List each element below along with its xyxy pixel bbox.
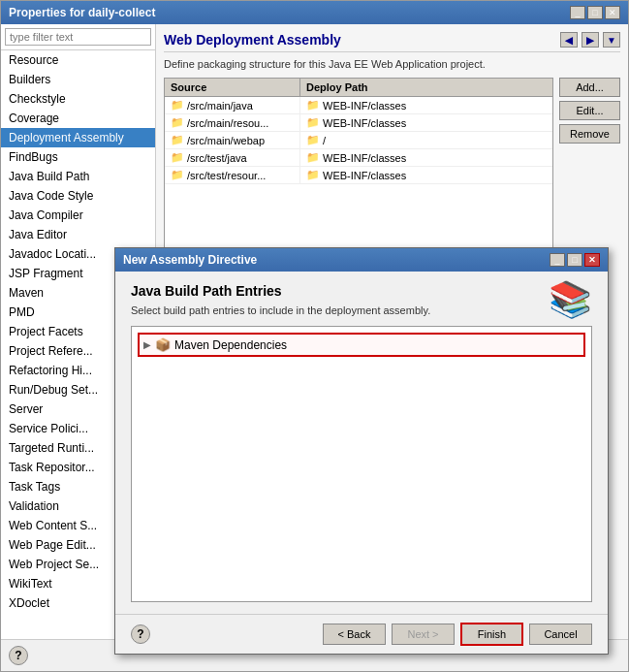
table-row[interactable]: 📁 /src/test/resour... 📁 WEB-INF/classes [165,167,552,184]
modal-maximize-button[interactable]: □ [567,253,582,267]
finish-button[interactable]: Finish [460,623,523,646]
folder-icon: 📁 [171,134,184,146]
table-row[interactable]: 📁 /src/main/webap 📁 / [165,132,552,149]
remove-button[interactable]: Remove [559,124,620,144]
books-icon: 📚 [549,279,592,320]
add-button[interactable]: Add... [559,78,620,97]
modal-dialog: New Assembly Directive _ □ ✕ Java Build … [114,247,609,655]
sidebar-item-deployment-assembly[interactable]: Deployment Assembly [1,128,155,147]
deploy-cell: 📁 / [300,132,552,148]
deploy-value: WEB-INF/classes [323,117,406,129]
source-value: /src/test/java [187,152,247,164]
deploy-cell: 📁 WEB-INF/classes [300,97,552,113]
modal-minimize-button[interactable]: _ [550,253,565,267]
filter-box [1,24,155,50]
sidebar-item-checkstyle[interactable]: Checkstyle [1,89,155,109]
folder-icon: 📁 [171,116,184,129]
minimize-button[interactable]: _ [570,6,585,19]
source-cell: 📁 /src/main/resou... [165,114,300,131]
folder-icon: 📁 [306,99,320,112]
maven-dependencies-entry[interactable]: ▶ 📦 Maven Dependencies [138,333,585,357]
modal-footer: ? < Back Next > Finish Cancel [115,614,608,654]
folder-icon: 📁 [306,151,320,164]
deploy-cell: 📁 WEB-INF/classes [300,149,552,166]
sidebar-item-java-editor[interactable]: Java Editor [1,225,155,244]
next-button[interactable]: Next > [392,624,455,645]
panel-nav-controls: ◀ ▶ ▼ [560,32,620,48]
sidebar-item-coverage[interactable]: Coverage [1,109,155,128]
source-cell: 📁 /src/main/java [165,97,300,113]
folder-icon: 📁 [306,134,320,146]
nav-forward-button[interactable]: ▶ [582,32,599,48]
table-header: Source Deploy Path [165,79,552,97]
folder-icon: 📁 [306,169,320,181]
modal-description: Select build path entries to include in … [131,304,537,316]
panel-title: Web Deployment Assembly ◀ ▶ ▼ [164,32,620,52]
folder-icon: 📁 [171,151,184,164]
modal-title: New Assembly Directive [123,253,257,267]
sidebar-item-java-compiler[interactable]: Java Compiler [1,206,155,225]
filter-input[interactable] [5,28,151,46]
source-value: /src/main/resou... [187,117,268,129]
modal-title-bar: New Assembly Directive _ □ ✕ [115,248,608,272]
close-button[interactable]: ✕ [605,6,620,19]
source-value: /src/test/resour... [187,170,266,181]
help-button[interactable]: ? [9,646,28,665]
entries-list[interactable]: ▶ 📦 Maven Dependencies [131,326,592,602]
table-row[interactable]: 📁 /src/main/java 📁 WEB-INF/classes [165,97,552,114]
source-cell: 📁 /src/test/resour... [165,167,300,183]
window-title: Properties for daily-collect [9,6,155,19]
sidebar-item-java-code-style[interactable]: Java Code Style [1,186,155,206]
deploy-cell: 📁 WEB-INF/classes [300,114,552,131]
panel-description: Define packaging structure for this Java… [164,58,620,70]
deploy-value: WEB-INF/classes [323,152,406,164]
deploy-cell: 📁 WEB-INF/classes [300,167,552,183]
folder-icon: 📁 [306,116,320,129]
modal-title-controls: _ □ ✕ [550,253,600,267]
maximize-button[interactable]: □ [587,6,603,19]
deploy-value: WEB-INF/classes [323,100,406,112]
folder-icon: 📁 [171,99,184,112]
title-bar: Properties for daily-collect _ □ ✕ [1,1,628,24]
modal-close-button[interactable]: ✕ [584,253,600,267]
source-value: /src/main/webap [187,135,265,146]
table-row[interactable]: 📁 /src/test/java 📁 WEB-INF/classes [165,149,552,167]
deploy-column-header: Deploy Path [300,79,552,96]
back-button[interactable]: < Back [323,624,386,645]
deploy-value: WEB-INF/classes [323,170,406,181]
cancel-button[interactable]: Cancel [529,624,592,645]
deploy-value: / [323,135,326,146]
expand-arrow-icon: ▶ [143,339,151,350]
maven-icon: 📦 [155,337,171,352]
modal-body: Java Build Path Entries Select build pat… [115,272,608,614]
nav-back-button[interactable]: ◀ [560,32,578,48]
source-column-header: Source [165,79,300,96]
source-value: /src/main/java [187,100,253,112]
table-row[interactable]: 📁 /src/main/resou... 📁 WEB-INF/classes [165,114,552,132]
sidebar-item-java-build-path[interactable]: Java Build Path [1,167,155,186]
nav-dropdown-button[interactable]: ▼ [603,32,620,48]
modal-help-button[interactable]: ? [131,624,150,644]
source-cell: 📁 /src/test/java [165,149,300,166]
panel-title-text: Web Deployment Assembly [164,32,341,48]
sidebar-item-findbugs[interactable]: FindBugs [1,147,155,167]
source-cell: 📁 /src/main/webap [165,132,300,148]
sidebar-item-resource[interactable]: Resource [1,50,155,70]
folder-icon: 📁 [171,169,184,181]
edit-button[interactable]: Edit... [559,101,620,120]
entry-label: Maven Dependencies [174,338,287,352]
sidebar-item-builders[interactable]: Builders [1,70,155,89]
modal-section-title: Java Build Path Entries [131,283,537,299]
title-bar-controls: _ □ ✕ [570,6,620,19]
